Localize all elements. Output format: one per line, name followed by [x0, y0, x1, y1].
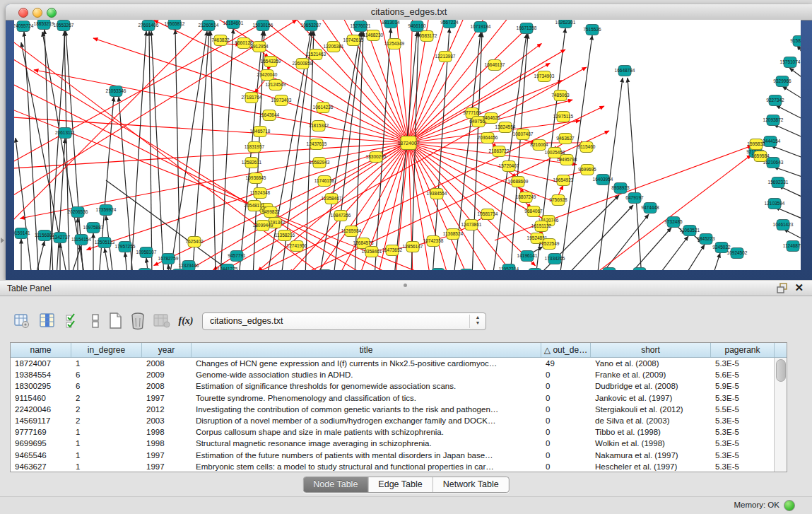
column-header-short[interactable]: short [591, 343, 711, 357]
graph-node[interactable]: 9521473 [630, 268, 649, 271]
graph-node[interactable]: 11358216 [275, 230, 295, 241]
graph-node[interactable]: 9463627 [556, 134, 575, 144]
graph-node[interactable]: 9158243 [790, 36, 801, 47]
table-vertical-scrollbar[interactable] [774, 358, 787, 472]
graph-node[interactable]: 27691406 [139, 21, 159, 31]
graph-node[interactable]: 12856147 [403, 242, 423, 252]
graph-node[interactable]: 10742358 [423, 236, 444, 247]
graph-node[interactable]: 9699695 [578, 165, 596, 175]
splitter-handle[interactable] [404, 284, 407, 287]
graph-node[interactable]: 7485063 [551, 90, 570, 101]
graph-node[interactable]: 21260514 [199, 21, 219, 31]
graph-node[interactable]: 6479197 [625, 193, 644, 204]
graph-node[interactable]: 9684067 [524, 206, 543, 217]
graph-node[interactable]: 10847356 [331, 211, 351, 221]
memory-status-indicator[interactable] [784, 500, 795, 511]
graph-node[interactable]: 10474112 [525, 269, 546, 271]
graph-node[interactable]: 15030156 [253, 21, 273, 31]
graph-node[interactable]: 15751074 [780, 57, 801, 68]
table-row[interactable]: 1872400712008Changes of HCN gene express… [11, 358, 775, 369]
graph-node[interactable]: 9845223 [697, 234, 715, 245]
graph-node[interactable]: 12093872 [763, 115, 784, 126]
table-row[interactable]: 1830029562008Estimation of significance … [11, 380, 775, 392]
column-header-title[interactable]: title [192, 343, 541, 357]
graph-node[interactable]: 14196141 [517, 251, 538, 262]
graph-node[interactable]: 11746158 [314, 176, 335, 187]
graph-node[interactable]: 14526147 [315, 270, 336, 271]
graph-node[interactable]: 10719184 [471, 22, 491, 33]
graph-node[interactable]: 11952314 [499, 264, 519, 271]
graph-node[interactable]: 11254349 [384, 39, 405, 49]
float-panel-icon[interactable] [777, 283, 788, 293]
graph-node[interactable]: 12323446 [179, 261, 199, 271]
graph-node[interactable]: 8216064 [530, 140, 548, 151]
graph-node[interactable]: 12103594 [765, 199, 785, 209]
graph-node[interactable]: 18300295 [366, 152, 387, 163]
table-row[interactable]: 1938455462009Genome-wide association stu… [11, 369, 775, 380]
graph-node[interactable]: 16646137 [485, 60, 505, 71]
column-header-indegree[interactable]: in_degree [71, 343, 142, 357]
graph-node[interactable]: 11063521 [680, 226, 700, 236]
table-row[interactable]: 2242004622012Investigating the contribut… [11, 404, 775, 415]
graph-node[interactable]: 9159141 [14, 228, 30, 239]
graph-node[interactable]: 27181764 [242, 93, 262, 103]
graph-node[interactable]: 9466160 [408, 21, 426, 32]
graph-node[interactable]: 9567224 [440, 20, 459, 28]
table-row[interactable]: 946554611997Estimation of the future num… [11, 450, 775, 461]
graph-node[interactable]: 12124549 [266, 80, 286, 90]
graph-node[interactable]: 16671358 [517, 23, 537, 34]
tab-edge-table[interactable]: Edge Table [368, 477, 433, 492]
graph-node[interactable]: 12206381 [324, 42, 344, 52]
graph-node[interactable]: 22600858 [293, 59, 313, 69]
delete-table-icon[interactable] [151, 310, 172, 332]
close-panel-icon[interactable]: ✕ [794, 281, 804, 294]
graph-node[interactable]: 16648784 [615, 66, 635, 76]
table-row[interactable]: 911546021997Tourette syndrome. Phenomeno… [11, 392, 775, 404]
table-selector-dropdown[interactable]: citations_edges.txt ▲▼ [202, 313, 486, 330]
graph-node[interactable]: 10807487 [513, 129, 534, 140]
graph-node[interactable]: 9115460 [578, 142, 596, 153]
tab-network-table[interactable]: Network Table [433, 477, 509, 492]
graph-node[interactable]: 10975887 [83, 223, 104, 233]
show-column-icon[interactable] [37, 310, 58, 332]
graph-node[interactable]: 9732485 [664, 217, 683, 228]
column-header-outde[interactable]: △ out_de… [541, 343, 591, 357]
graph-node[interactable]: 24055724 [14, 21, 34, 32]
graph-node[interactable]: 7625402 [185, 237, 204, 247]
graph-node[interactable]: 9474448 [641, 203, 659, 214]
graph-node[interactable]: 12213987 [435, 52, 456, 62]
graph-node[interactable]: 15276021 [351, 21, 371, 32]
hub-node[interactable]: 18724007 [397, 136, 419, 150]
select-all-icon[interactable] [62, 310, 83, 332]
table-mode-icon[interactable] [11, 310, 33, 332]
graph-node[interactable]: 10581734 [478, 209, 498, 220]
graph-node[interactable]: 10461423 [773, 220, 794, 230]
function-builder-icon[interactable]: f(x) [175, 310, 196, 332]
graph-node[interactable]: 11154154 [71, 235, 91, 245]
table-row[interactable]: 946362711997Embryonic stem cells: a mode… [11, 461, 775, 472]
table-row[interactable]: 969969511998Structural magnetic resonanc… [11, 438, 775, 449]
graph-node[interactable]: 10553267 [54, 21, 74, 31]
graph-node[interactable]: 15720407 [499, 161, 519, 172]
graph-node[interactable]: 21863722 [489, 146, 510, 157]
column-header-year[interactable]: year [142, 343, 192, 357]
graph-node[interactable]: 9505135 [136, 269, 154, 271]
graph-node[interactable]: 10688609 [508, 177, 529, 187]
graph-node[interactable]: 19734903 [534, 71, 555, 82]
graph-node[interactable]: 19654923 [553, 175, 574, 186]
graph-node[interactable]: 9756928 [549, 195, 567, 206]
graph-node[interactable]: 12083648 [457, 269, 477, 271]
graph-node[interactable]: 10973403 [271, 95, 292, 106]
graph-node[interactable]: 19565812 [165, 20, 185, 30]
graph-node[interactable]: 11246875 [783, 241, 801, 252]
table-row[interactable]: 977716911998Corpus callosum shape and si… [11, 426, 775, 438]
graph-node[interactable]: 11468230 [363, 30, 384, 41]
graph-node[interactable]: 10614236 [313, 103, 334, 113]
rows-icon[interactable] [85, 310, 106, 332]
graph-node[interactable]: 12975115 [553, 112, 574, 122]
graph-node[interactable]: 17359924 [96, 205, 117, 216]
graph-node[interactable]: 16184601 [223, 20, 244, 29]
graph-node[interactable]: 7515526 [583, 25, 601, 35]
window-titlebar[interactable]: citations_edges.txt [6, 4, 812, 21]
graph-node[interactable]: 11473652 [382, 245, 403, 256]
